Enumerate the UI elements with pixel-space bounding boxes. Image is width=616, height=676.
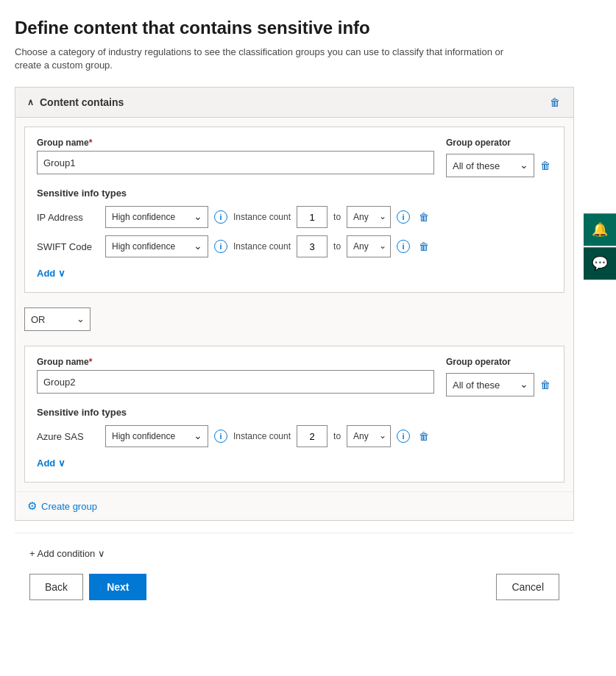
azure-instance-label: Instance count xyxy=(233,431,291,441)
panel-header-left: ∧ Content contains xyxy=(27,96,124,108)
group1-section-title: Sensitive info types xyxy=(37,188,552,199)
ip-to-info-icon[interactable]: i xyxy=(397,210,410,224)
group1-name-input[interactable] xyxy=(37,151,434,174)
ip-to-select[interactable]: Any 1 5 10 xyxy=(347,206,391,228)
next-button[interactable]: Next xyxy=(89,574,146,600)
delete-group1-button[interactable]: 🗑 xyxy=(539,158,552,173)
azure-confidence-select[interactable]: High confidence Medium confidence Low co… xyxy=(105,425,208,447)
ip-confidence-select[interactable]: High confidence Medium confidence Low co… xyxy=(105,206,208,228)
azure-to-label: to xyxy=(333,431,341,441)
swift-instance-label: Instance count xyxy=(233,241,291,252)
group2-operator-select-wrapper: All of these Any of these xyxy=(446,373,534,396)
side-bottom-button[interactable]: 💬 xyxy=(584,247,616,280)
group2-name-input[interactable] xyxy=(37,370,434,394)
info-type-name-swift: SWIFT Code xyxy=(37,241,99,252)
group2-operator-select[interactable]: All of these Any of these xyxy=(446,373,534,396)
ip-instance-from[interactable] xyxy=(297,206,328,228)
azure-confidence-wrapper: High confidence Medium confidence Low co… xyxy=(105,425,208,447)
info-type-name-azure: Azure SAS xyxy=(37,431,99,442)
cancel-button[interactable]: Cancel xyxy=(496,574,559,600)
group1-operator-select[interactable]: All of these Any of these xyxy=(446,154,534,177)
side-top-button[interactable]: 🔔 xyxy=(584,213,616,246)
panel-title: Content contains xyxy=(40,96,124,108)
group2-operator-col: Group operator All of these Any of these… xyxy=(446,357,552,396)
back-button[interactable]: Back xyxy=(29,574,83,600)
add-condition-chevron: ∨ xyxy=(98,548,105,559)
group1-add-label: Add xyxy=(37,268,55,279)
group1-name-row: Group name* Group operator All of these … xyxy=(37,138,552,177)
swift-confidence-wrapper: High confidence Medium confidence Low co… xyxy=(105,235,208,257)
page-subtitle: Choose a category of industry regulation… xyxy=(15,46,515,72)
delete-swift-row-button[interactable]: 🗑 xyxy=(416,239,432,254)
swift-to-select[interactable]: Any 1 5 10 xyxy=(347,235,391,257)
swift-info-icon[interactable]: i xyxy=(214,240,227,253)
swift-to-wrapper: Any 1 5 10 xyxy=(347,235,391,257)
table-row: IP Address High confidence Medium confid… xyxy=(37,206,552,228)
add-condition-label: + Add condition xyxy=(29,548,95,559)
add-condition-button[interactable]: + Add condition ∨ xyxy=(29,545,105,562)
ip-to-wrapper: Any 1 5 10 xyxy=(347,206,391,228)
azure-instance-from[interactable] xyxy=(297,425,328,447)
group2-section-title: Sensitive info types xyxy=(37,407,552,418)
bottom-toolbar: + Add condition ∨ Back Next Cancel xyxy=(15,533,574,612)
table-row: SWIFT Code High confidence Medium confid… xyxy=(37,235,552,257)
table-row: Azure SAS High confidence Medium confide… xyxy=(37,425,552,447)
page-title: Define content that contains sensitive i… xyxy=(15,18,574,38)
group1-operator-select-wrapper: All of these Any of these xyxy=(446,154,534,177)
group1-name-col: Group name* xyxy=(37,138,434,174)
side-bottom-icon: 💬 xyxy=(592,255,608,271)
side-top-icon: 🔔 xyxy=(592,221,608,238)
swift-to-info-icon[interactable]: i xyxy=(397,240,410,253)
group2-operator-row: All of these Any of these 🗑 xyxy=(446,373,552,396)
delete-panel-button[interactable]: 🗑 xyxy=(548,95,562,110)
or-section: OR AND xyxy=(15,302,573,337)
azure-to-select[interactable]: Any 1 5 10 xyxy=(347,425,391,447)
side-buttons: 🔔 💬 xyxy=(584,213,616,463)
group2-section: Group name* Group operator All of these … xyxy=(24,346,564,483)
create-group-button[interactable]: ⚙ Create group xyxy=(15,492,109,520)
required-marker2: * xyxy=(89,357,93,367)
ip-instance-label: Instance count xyxy=(233,212,291,222)
ip-to-label: to xyxy=(333,212,341,222)
group2-name-row: Group name* Group operator All of these … xyxy=(37,357,552,396)
group1-section: Group name* Group operator All of these … xyxy=(24,127,564,293)
swift-confidence-select[interactable]: High confidence Medium confidence Low co… xyxy=(105,235,208,257)
required-marker: * xyxy=(89,138,93,148)
content-panel: ∧ Content contains 🗑 Group name* Group o… xyxy=(15,87,574,521)
group2-add-label: Add xyxy=(37,458,55,469)
ip-info-icon[interactable]: i xyxy=(214,210,227,224)
group2-name-label: Group name* xyxy=(37,357,434,367)
collapse-icon[interactable]: ∧ xyxy=(27,97,34,107)
azure-to-info-icon[interactable]: i xyxy=(397,430,410,443)
group2-add-button[interactable]: Add ∨ xyxy=(37,455,66,472)
group1-add-chevron: ∨ xyxy=(58,268,66,279)
create-group-icon: ⚙ xyxy=(27,499,37,513)
delete-group2-button[interactable]: 🗑 xyxy=(539,377,552,392)
create-group-label: Create group xyxy=(41,501,97,512)
group2-add-chevron: ∨ xyxy=(58,458,66,469)
group2-operator-label: Group operator xyxy=(446,357,511,367)
group1-operator-col: Group operator All of these Any of these… xyxy=(446,138,552,177)
info-type-name-ip: IP Address xyxy=(37,212,99,223)
or-select-wrapper: OR AND xyxy=(24,307,91,331)
group1-operator-label: Group operator xyxy=(446,138,511,148)
delete-ip-row-button[interactable]: 🗑 xyxy=(416,210,432,224)
azure-to-wrapper: Any 1 5 10 xyxy=(347,425,391,447)
swift-instance-from[interactable] xyxy=(297,235,328,257)
group1-name-label: Group name* xyxy=(37,138,434,148)
footer-buttons: Back Next Cancel xyxy=(29,574,559,600)
panel-header: ∧ Content contains 🗑 xyxy=(15,88,573,118)
or-select[interactable]: OR AND xyxy=(24,307,91,331)
group1-add-button[interactable]: Add ∨ xyxy=(37,265,66,282)
delete-azure-row-button[interactable]: 🗑 xyxy=(416,429,432,444)
ip-confidence-wrapper: High confidence Medium confidence Low co… xyxy=(105,206,208,228)
swift-to-label: to xyxy=(333,241,341,252)
azure-info-icon[interactable]: i xyxy=(214,430,227,443)
group2-name-col: Group name* xyxy=(37,357,434,394)
group1-operator-row: All of these Any of these 🗑 xyxy=(446,154,552,177)
